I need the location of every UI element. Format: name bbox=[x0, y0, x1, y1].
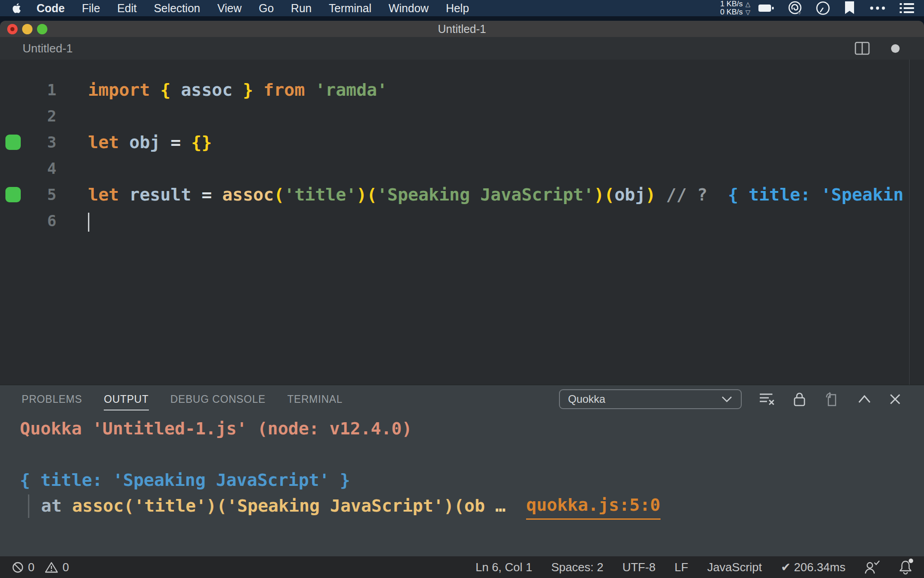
output-token: … bbox=[485, 493, 516, 519]
more-dots-icon[interactable] bbox=[869, 5, 887, 11]
macos-menubar: CodeFileEditSelectionViewGoRunTerminalWi… bbox=[0, 0, 924, 16]
status-utf-8[interactable]: UTF-8 bbox=[622, 560, 656, 574]
code-line-1[interactable]: 1import { assoc } from 'ramda' bbox=[0, 77, 924, 103]
clear-output-icon[interactable] bbox=[759, 392, 775, 407]
chevron-down-icon bbox=[721, 396, 733, 403]
status-lf[interactable]: LF bbox=[675, 560, 688, 574]
code-token: {} bbox=[191, 132, 212, 152]
menu-item-code[interactable]: Code bbox=[28, 0, 74, 16]
battery-icon[interactable] bbox=[758, 1, 775, 15]
output-token: at bbox=[41, 493, 72, 519]
swirl-app-icon[interactable] bbox=[787, 0, 803, 16]
menu-item-view[interactable]: View bbox=[209, 0, 250, 16]
line-number: 1 bbox=[23, 77, 56, 103]
menu-item-terminal[interactable]: Terminal bbox=[320, 0, 380, 16]
problems-summary[interactable]: 0 0 bbox=[12, 560, 75, 574]
code-token bbox=[181, 132, 191, 152]
output-line-2 bbox=[0, 442, 924, 467]
menu-item-run[interactable]: Run bbox=[282, 0, 320, 16]
code-line-4[interactable]: 4 bbox=[0, 155, 924, 182]
code-text bbox=[56, 208, 89, 234]
quokka-coverage-marker bbox=[5, 135, 21, 150]
gutter-marker-area bbox=[0, 187, 23, 202]
menu-item-edit[interactable]: Edit bbox=[109, 0, 145, 16]
code-token bbox=[253, 80, 263, 100]
code-line-2[interactable]: 2 bbox=[0, 103, 924, 129]
output-token: Quokka 'Untitled-1.js' (node: v12.4.0) bbox=[20, 416, 412, 442]
code-token bbox=[150, 80, 160, 100]
code-token: 'ramda' bbox=[315, 80, 387, 100]
menubar-status-icons bbox=[758, 0, 915, 16]
code-line-3[interactable]: 3let obj = {} bbox=[0, 129, 924, 155]
code-token: result bbox=[129, 185, 191, 205]
bottom-panel: PROBLEMSOUTPUTDEBUG CONSOLETERMINAL Quok… bbox=[0, 385, 924, 556]
panel-tabs: PROBLEMSOUTPUTDEBUG CONSOLETERMINAL bbox=[22, 393, 342, 406]
code-token: // ? bbox=[666, 185, 707, 205]
line-number: 6 bbox=[23, 208, 56, 234]
panel-tab-problems[interactable]: PROBLEMS bbox=[22, 393, 82, 406]
code-token: } bbox=[243, 80, 253, 100]
code-token: { title: 'Speakin bbox=[728, 185, 904, 205]
list-menu-icon[interactable] bbox=[899, 1, 915, 15]
status-ln-6-col-1[interactable]: Ln 6, Col 1 bbox=[476, 560, 532, 574]
code-text: let obj = {} bbox=[56, 129, 212, 155]
code-token: assoc bbox=[181, 80, 232, 100]
lock-scroll-icon[interactable] bbox=[792, 391, 807, 407]
output-token: assoc('title')('Speaking JavaScript')(ob bbox=[72, 493, 485, 519]
clock-app-icon[interactable] bbox=[815, 0, 831, 16]
error-count: 0 bbox=[28, 560, 34, 574]
code-token: = bbox=[202, 185, 212, 205]
bookmark-app-icon[interactable] bbox=[843, 0, 856, 16]
panel-header: PROBLEMSOUTPUTDEBUG CONSOLETERMINAL Quok… bbox=[0, 385, 924, 413]
code-token bbox=[119, 132, 129, 152]
network-speed-indicator[interactable]: 1 KB/s△ 0 KB/s▽ bbox=[720, 0, 750, 16]
panel-controls: Quokka bbox=[559, 389, 924, 409]
open-in-editor-icon[interactable] bbox=[824, 391, 840, 407]
code-token: obj bbox=[614, 185, 646, 205]
editor-tabbar: Untitled-1 bbox=[0, 37, 924, 60]
status-javascript[interactable]: JavaScript bbox=[707, 560, 762, 574]
warning-count: 0 bbox=[62, 560, 69, 574]
menu-item-file[interactable]: File bbox=[74, 0, 109, 16]
status-206-34ms[interactable]: ✔ 206.34ms bbox=[781, 560, 845, 574]
statusbar: 0 0 Ln 6, Col 1Spaces: 2UTF-8LFJavaScrip… bbox=[0, 556, 924, 578]
code-line-6[interactable]: 6 bbox=[0, 208, 924, 234]
menu-item-help[interactable]: Help bbox=[437, 0, 477, 16]
feedback-smiley-icon[interactable] bbox=[864, 560, 880, 574]
code-editor[interactable]: 1import { assoc } from 'ramda'23let obj … bbox=[0, 60, 924, 385]
net-down-label: 0 KB/s bbox=[720, 8, 743, 16]
output-source-link[interactable]: quokka.js:5:0 bbox=[526, 492, 660, 520]
code-line-5[interactable]: 5let result = assoc('title')('Speaking J… bbox=[0, 182, 924, 208]
error-icon bbox=[12, 561, 24, 573]
code-token bbox=[119, 185, 129, 205]
close-panel-icon[interactable] bbox=[889, 393, 901, 406]
unsaved-indicator-dot[interactable] bbox=[891, 44, 900, 53]
menu-item-selection[interactable]: Selection bbox=[145, 0, 209, 16]
quokka-coverage-marker bbox=[5, 187, 21, 202]
panel-tab-output[interactable]: OUTPUT bbox=[104, 393, 148, 406]
panel-tab-debug-console[interactable]: DEBUG CONSOLE bbox=[171, 393, 266, 406]
status-spaces-2[interactable]: Spaces: 2 bbox=[551, 560, 604, 574]
panel-tab-terminal[interactable]: TERMINAL bbox=[287, 393, 343, 406]
output-channel-value: Quokka bbox=[568, 393, 605, 406]
apple-menu-icon[interactable] bbox=[11, 1, 23, 15]
menu-item-window[interactable]: Window bbox=[380, 0, 437, 16]
line-number: 3 bbox=[23, 129, 56, 155]
statusbar-right: Ln 6, Col 1Spaces: 2UTF-8LFJavaScript✔ 2… bbox=[476, 560, 912, 574]
notifications-bell-icon[interactable] bbox=[899, 560, 912, 574]
warning-icon bbox=[45, 561, 58, 573]
line-number: 2 bbox=[23, 103, 56, 129]
code-token: 'title' bbox=[284, 185, 356, 205]
tab-untitled-1[interactable]: Untitled-1 bbox=[23, 42, 73, 56]
menu-item-go[interactable]: Go bbox=[250, 0, 282, 16]
output-channel-select[interactable]: Quokka bbox=[559, 389, 742, 409]
code-token bbox=[707, 185, 728, 205]
window-titlebar: Untitled-1 bbox=[0, 21, 924, 37]
output-line-1: Quokka 'Untitled-1.js' (node: v12.4.0) bbox=[0, 416, 924, 442]
code-token: let bbox=[88, 132, 119, 152]
split-editor-icon[interactable] bbox=[855, 42, 870, 55]
output-line-4: at assoc('title')('Speaking JavaScript')… bbox=[0, 493, 924, 519]
gutter-marker-area bbox=[0, 135, 23, 150]
code-token: from bbox=[263, 80, 305, 100]
maximize-panel-icon[interactable] bbox=[857, 394, 872, 404]
